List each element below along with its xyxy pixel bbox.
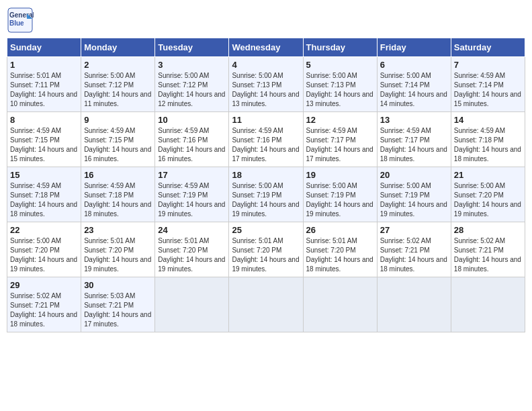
calendar-cell: 29 Sunrise: 5:02 AM Sunset: 7:21 PM Dayl…: [7, 277, 81, 332]
calendar-cell: [451, 277, 525, 332]
day-number: 25: [232, 225, 300, 235]
daylight-info: Daylight: 14 hours and 18 minutes.: [306, 256, 373, 273]
sunset-info: Sunset: 7:11 PM: [10, 81, 60, 89]
sunset-info: Sunset: 7:12 PM: [158, 81, 208, 89]
day-number: 5: [306, 60, 374, 70]
sunrise-info: Sunrise: 5:01 AM: [10, 72, 61, 79]
sunset-info: Sunset: 7:20 PM: [306, 246, 356, 254]
sunset-info: Sunset: 7:15 PM: [10, 136, 60, 144]
daylight-info: Daylight: 14 hours and 19 minutes.: [158, 201, 225, 218]
daylight-info: Daylight: 14 hours and 18 minutes.: [10, 201, 77, 218]
calendar-cell: 14 Sunrise: 4:59 AM Sunset: 7:18 PM Dayl…: [451, 112, 525, 167]
daylight-info: Daylight: 14 hours and 18 minutes.: [10, 311, 77, 328]
day-number: 17: [158, 170, 226, 180]
calendar-cell: 25 Sunrise: 5:01 AM Sunset: 7:20 PM Dayl…: [229, 222, 303, 277]
sunrise-info: Sunrise: 5:02 AM: [380, 237, 431, 244]
sunrise-info: Sunrise: 5:00 AM: [380, 72, 431, 79]
sunset-info: Sunset: 7:18 PM: [10, 191, 60, 199]
day-number: 4: [232, 60, 300, 70]
daylight-info: Daylight: 14 hours and 17 minutes.: [232, 146, 299, 163]
sunset-info: Sunset: 7:18 PM: [84, 191, 134, 199]
sunrise-info: Sunrise: 4:59 AM: [10, 182, 61, 189]
daylight-info: Daylight: 14 hours and 19 minutes.: [454, 201, 521, 218]
daylight-info: Daylight: 14 hours and 19 minutes.: [232, 256, 299, 273]
calendar-cell: 2 Sunrise: 5:00 AM Sunset: 7:12 PM Dayli…: [81, 57, 155, 112]
calendar-cell: 12 Sunrise: 4:59 AM Sunset: 7:17 PM Dayl…: [303, 112, 377, 167]
daylight-info: Daylight: 14 hours and 19 minutes.: [158, 256, 225, 273]
sunrise-info: Sunrise: 4:59 AM: [84, 127, 135, 134]
sunrise-info: Sunrise: 5:00 AM: [232, 182, 283, 189]
day-number: 14: [454, 115, 522, 125]
day-number: 24: [158, 225, 226, 235]
day-number: 19: [306, 170, 374, 180]
sunset-info: Sunset: 7:17 PM: [306, 136, 356, 144]
day-number: 18: [232, 170, 300, 180]
day-number: 13: [380, 115, 448, 125]
sunrise-info: Sunrise: 5:02 AM: [10, 292, 61, 300]
sunrise-info: Sunrise: 4:59 AM: [84, 182, 135, 189]
col-header-thursday: Thursday: [303, 38, 377, 57]
calendar-cell: 10 Sunrise: 4:59 AM Sunset: 7:16 PM Dayl…: [155, 112, 229, 167]
calendar-cell: 27 Sunrise: 5:02 AM Sunset: 7:21 PM Dayl…: [377, 222, 451, 277]
day-number: 3: [158, 60, 226, 70]
daylight-info: Daylight: 14 hours and 11 minutes.: [84, 91, 151, 107]
sunrise-info: Sunrise: 5:00 AM: [232, 72, 283, 79]
calendar-cell: 26 Sunrise: 5:01 AM Sunset: 7:20 PM Dayl…: [303, 222, 377, 277]
sunset-info: Sunset: 7:20 PM: [158, 246, 208, 254]
day-number: 29: [10, 280, 78, 290]
sunrise-info: Sunrise: 4:59 AM: [454, 127, 505, 134]
day-number: 26: [306, 225, 374, 235]
daylight-info: Daylight: 14 hours and 18 minutes.: [380, 146, 447, 163]
sunrise-info: Sunrise: 5:01 AM: [306, 237, 357, 244]
sunset-info: Sunset: 7:20 PM: [10, 246, 60, 254]
daylight-info: Daylight: 14 hours and 16 minutes.: [158, 146, 225, 163]
calendar-cell: [377, 277, 451, 332]
daylight-info: Daylight: 14 hours and 19 minutes.: [380, 201, 447, 218]
sunset-info: Sunset: 7:13 PM: [306, 81, 356, 89]
daylight-info: Daylight: 14 hours and 19 minutes.: [10, 256, 77, 273]
sunset-info: Sunset: 7:19 PM: [158, 191, 208, 199]
calendar-cell: 4 Sunrise: 5:00 AM Sunset: 7:13 PM Dayli…: [229, 57, 303, 112]
calendar-cell: 1 Sunrise: 5:01 AM Sunset: 7:11 PM Dayli…: [7, 57, 81, 112]
day-number: 23: [84, 225, 152, 235]
sunrise-info: Sunrise: 5:00 AM: [306, 182, 357, 189]
col-header-sunday: Sunday: [7, 38, 81, 57]
day-number: 30: [84, 280, 152, 290]
daylight-info: Daylight: 14 hours and 17 minutes.: [84, 311, 151, 328]
sunset-info: Sunset: 7:21 PM: [380, 246, 430, 254]
sunrise-info: Sunrise: 5:02 AM: [454, 237, 505, 244]
sunset-info: Sunset: 7:19 PM: [380, 191, 430, 199]
sunset-info: Sunset: 7:13 PM: [232, 81, 281, 89]
day-number: 9: [84, 115, 152, 125]
calendar-cell: 6 Sunrise: 5:00 AM Sunset: 7:14 PM Dayli…: [377, 57, 451, 112]
calendar-cell: 8 Sunrise: 4:59 AM Sunset: 7:15 PM Dayli…: [7, 112, 81, 167]
calendar-cell: 30 Sunrise: 5:03 AM Sunset: 7:21 PM Dayl…: [81, 277, 155, 332]
sunset-info: Sunset: 7:14 PM: [454, 81, 504, 89]
sunrise-info: Sunrise: 5:03 AM: [84, 292, 135, 300]
daylight-info: Daylight: 14 hours and 19 minutes.: [84, 256, 151, 273]
sunset-info: Sunset: 7:21 PM: [84, 302, 134, 309]
calendar-cell: [155, 277, 229, 332]
daylight-info: Daylight: 14 hours and 17 minutes.: [306, 146, 373, 163]
daylight-info: Daylight: 14 hours and 15 minutes.: [454, 91, 521, 107]
sunrise-info: Sunrise: 4:59 AM: [10, 127, 61, 134]
sunrise-info: Sunrise: 4:59 AM: [158, 127, 209, 134]
daylight-info: Daylight: 14 hours and 16 minutes.: [84, 146, 151, 163]
day-number: 2: [84, 60, 152, 70]
day-number: 7: [454, 60, 522, 70]
sunset-info: Sunset: 7:17 PM: [380, 136, 430, 144]
daylight-info: Daylight: 14 hours and 13 minutes.: [306, 91, 373, 107]
sunset-info: Sunset: 7:14 PM: [380, 81, 430, 89]
calendar-cell: 13 Sunrise: 4:59 AM Sunset: 7:17 PM Dayl…: [377, 112, 451, 167]
calendar-cell: 19 Sunrise: 5:00 AM Sunset: 7:19 PM Dayl…: [303, 167, 377, 222]
daylight-info: Daylight: 14 hours and 13 minutes.: [232, 91, 299, 107]
logo-icon: General Blue: [7, 7, 32, 32]
col-header-friday: Friday: [377, 38, 451, 57]
sunrise-info: Sunrise: 4:59 AM: [380, 127, 431, 134]
day-number: 21: [454, 170, 522, 180]
calendar-cell: 9 Sunrise: 4:59 AM Sunset: 7:15 PM Dayli…: [81, 112, 155, 167]
calendar-cell: 24 Sunrise: 5:01 AM Sunset: 7:20 PM Dayl…: [155, 222, 229, 277]
col-header-monday: Monday: [81, 38, 155, 57]
sunset-info: Sunset: 7:12 PM: [84, 81, 134, 89]
calendar-cell: 5 Sunrise: 5:00 AM Sunset: 7:13 PM Dayli…: [303, 57, 377, 112]
